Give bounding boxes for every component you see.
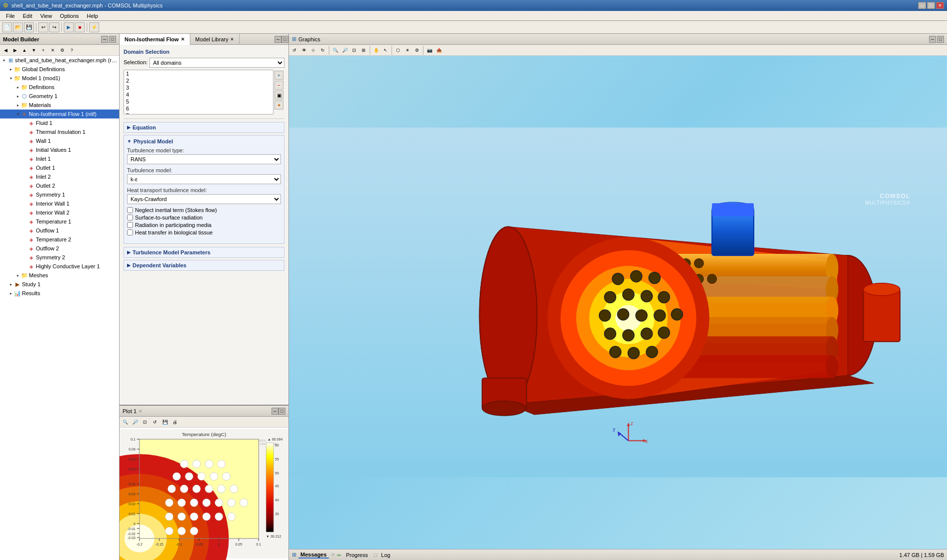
tree-item-interior_wall2[interactable]: ◈Interior Wall 2 — [0, 208, 119, 217]
tree-item-symmetry2[interactable]: ◈Symmetry 2 — [0, 253, 119, 262]
run-button[interactable]: ▶ — [64, 22, 74, 32]
graphics-minimize-button[interactable]: ─ — [929, 36, 936, 43]
tree-toggle-outflow2[interactable] — [22, 245, 28, 251]
gfx-export-button[interactable]: 📤 — [434, 46, 443, 54]
plot-maximize-button[interactable]: □ — [278, 408, 285, 415]
tree-item-inlet1[interactable]: ◈Inlet 1 — [0, 154, 119, 163]
tree-item-definitions[interactable]: ▸📁Definitions — [0, 83, 119, 92]
new-button[interactable]: 📄 — [2, 22, 12, 32]
tree-item-wall1[interactable]: ◈Wall 1 — [0, 136, 119, 145]
tree-item-global_defs[interactable]: ▸📁Global Definitions — [0, 65, 119, 74]
plot-zoom-out-button[interactable]: 🔎 — [131, 418, 139, 426]
turbulence-type-dropdown[interactable]: RANS LES None — [127, 154, 281, 164]
undo-button[interactable]: ↩ — [38, 22, 48, 32]
tree-toggle-interior_wall1[interactable] — [22, 201, 28, 207]
tree-toggle-outflow1[interactable] — [22, 227, 28, 233]
dependent-vars-section[interactable]: ▶ Dependent Variables — [124, 260, 284, 271]
graphics-viewport[interactable]: COMSOL MULTIPHYSICS® z x y — [289, 56, 947, 549]
gfx-screenshot-button[interactable]: 📷 — [425, 46, 434, 54]
tree-toggle-outlet1[interactable] — [22, 165, 28, 171]
tree-item-outlet1[interactable]: ◈Outlet 1 — [0, 163, 119, 172]
gfx-zoom-in-button[interactable]: 🔍 — [331, 46, 340, 54]
tree-toggle-inlet1[interactable] — [22, 156, 28, 162]
tree-item-nitf1[interactable]: ▾≡Non-Isothermal Flow 1 (nitf) — [0, 110, 119, 118]
tree-item-fluid1[interactable]: ◈Fluid 1 — [0, 118, 119, 127]
graphics-maximize-button[interactable]: □ — [937, 36, 944, 43]
gfx-pan-button[interactable]: ✋ — [372, 46, 381, 54]
domain-copy-button[interactable]: ▣ — [274, 91, 283, 100]
gfx-rotate-button[interactable]: ↻ — [318, 46, 327, 54]
mb-prev-button[interactable]: ◀ — [1, 46, 10, 54]
tree-item-model1[interactable]: ▾📁Model 1 (mod1) — [0, 74, 119, 83]
tree-toggle-definitions[interactable]: ▸ — [15, 84, 21, 90]
open-button[interactable]: 📂 — [13, 22, 23, 32]
turbulence-params-section[interactable]: ▶ Turbulence Model Parameters — [124, 247, 284, 258]
tree-item-inlet2[interactable]: ◈Inlet 2 — [0, 172, 119, 181]
tree-item-study1[interactable]: ▸▶Study 1 — [0, 280, 119, 289]
gfx-fit-button[interactable]: ⊞ — [359, 46, 368, 54]
tree-item-hcl1[interactable]: ◈Highly Conductive Layer 1 — [0, 262, 119, 271]
gfx-zoom-box-button[interactable]: ⊡ — [350, 46, 359, 54]
status-tab-log[interactable]: Log — [379, 552, 392, 558]
mb-next-button[interactable]: ▶ — [10, 46, 19, 54]
gfx-zoom-out-button[interactable]: 🔎 — [340, 46, 349, 54]
tree-item-temperature2[interactable]: ◈Temperature 2 — [0, 235, 119, 244]
tree-item-thermal_ins1[interactable]: ◈Thermal Insulation 1 — [0, 127, 119, 136]
menu-help[interactable]: Help — [83, 12, 102, 20]
tree-item-outflow1[interactable]: ◈Outflow 1 — [0, 226, 119, 235]
tree-item-init_vals1[interactable]: ◈Initial Values 1 — [0, 145, 119, 154]
tree-toggle-model1[interactable]: ▾ — [8, 75, 14, 81]
tree-item-results[interactable]: ▸📊Results — [0, 289, 119, 298]
domain-remove-button[interactable]: − — [274, 81, 283, 90]
redo-button[interactable]: ↪ — [49, 22, 59, 32]
tree-toggle-fluid1[interactable] — [22, 120, 28, 126]
tree-item-materials[interactable]: ▸📁Materials — [0, 101, 119, 110]
tree-item-root[interactable]: ▾⊞shell_and_tube_heat_exchanger.mph (roo… — [0, 56, 119, 65]
domain-paste-button[interactable]: ✦ — [274, 101, 283, 110]
close-button[interactable]: ✕ — [936, 2, 944, 9]
menu-file[interactable]: File — [2, 12, 19, 20]
tree-toggle-materials[interactable]: ▸ — [15, 102, 21, 108]
menu-edit[interactable]: Edit — [19, 12, 36, 20]
tree-toggle-meshes[interactable]: ▸ — [15, 272, 21, 278]
status-tab-progress[interactable]: Progress — [344, 552, 370, 558]
heat-transport-dropdown[interactable]: Kays-Crawford Simple gradient diffusion — [127, 194, 281, 204]
tab-close-button[interactable]: ✕ — [181, 37, 185, 42]
gfx-settings-button[interactable]: ⚙ — [412, 46, 421, 54]
tab-model-library[interactable]: Model Library ✕ — [190, 34, 240, 45]
mb-add-button[interactable]: + — [39, 46, 48, 54]
menu-view[interactable]: View — [36, 12, 56, 20]
mb-delete-button[interactable]: ✕ — [48, 46, 57, 54]
mb-maximize-button[interactable]: □ — [109, 36, 116, 43]
menu-options[interactable]: Options — [56, 12, 83, 20]
domain-list[interactable]: 1 2 3 4 5 6 7 8 — [124, 70, 273, 114]
middle-maximize-button[interactable]: □ — [281, 36, 288, 43]
minimize-button[interactable]: ─ — [918, 2, 926, 9]
equation-section[interactable]: ▶ Equation — [124, 122, 284, 133]
stokes-checkbox[interactable] — [127, 207, 133, 213]
gfx-select-button[interactable]: ↖ — [381, 46, 390, 54]
tree-toggle-interior_wall2[interactable] — [22, 210, 28, 216]
tree-toggle-study1[interactable]: ▸ — [8, 281, 14, 287]
gfx-light-button[interactable]: ☀ — [403, 46, 412, 54]
gfx-eye-button[interactable]: 👁 — [299, 46, 308, 54]
tree-item-geometry1[interactable]: ▸⬡Geometry 1 — [0, 92, 119, 101]
plot-save-button[interactable]: 💾 — [160, 418, 169, 426]
tree-toggle-symmetry2[interactable] — [22, 254, 28, 260]
tree-toggle-symmetry1[interactable] — [22, 192, 28, 198]
mb-up-button[interactable]: ▲ — [20, 46, 29, 54]
tree-toggle-thermal_ins1[interactable] — [22, 129, 28, 135]
gfx-scene-button[interactable]: ⬡ — [394, 46, 403, 54]
plot-reset-button[interactable]: ↺ — [150, 418, 159, 426]
tree-toggle-global_defs[interactable]: ▸ — [8, 66, 14, 72]
status-tab-messages[interactable]: Messages — [298, 552, 329, 559]
tree-toggle-temperature2[interactable] — [22, 236, 28, 242]
middle-minimize-button[interactable]: ─ — [274, 36, 281, 43]
mb-down-button[interactable]: ▼ — [29, 46, 38, 54]
physical-model-title[interactable]: ▼ Physical Model — [127, 138, 281, 144]
tree-item-temperature1[interactable]: ◈Temperature 1 — [0, 217, 119, 226]
radiation-media-checkbox[interactable] — [127, 222, 133, 228]
tree-toggle-temperature1[interactable] — [22, 219, 28, 224]
selection-dropdown[interactable]: All domains Manual — [149, 58, 284, 68]
tree-toggle-nitf1[interactable]: ▾ — [15, 111, 21, 117]
